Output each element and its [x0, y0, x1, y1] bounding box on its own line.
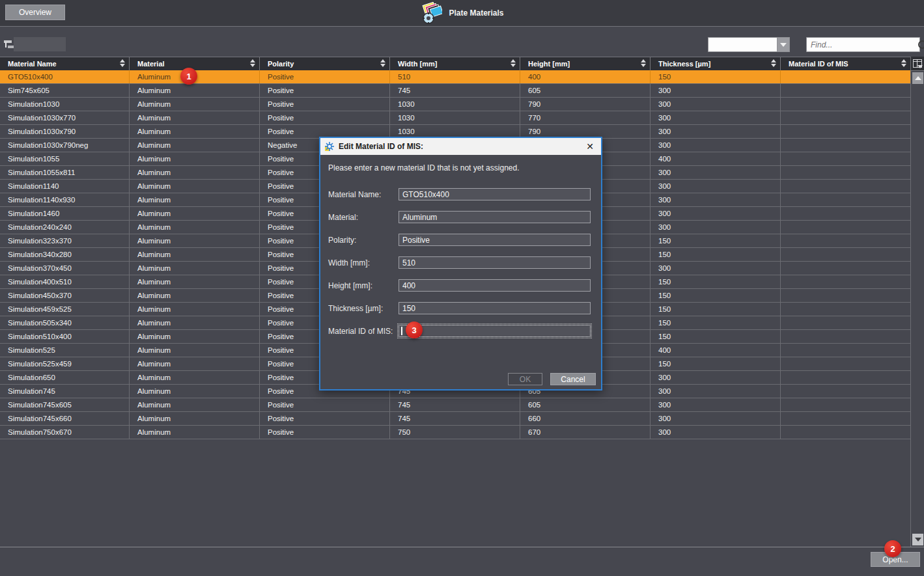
vertical-scrollbar[interactable] [910, 57, 924, 547]
sort-icon [120, 59, 125, 67]
dialog-gear-icon [324, 141, 335, 152]
column-header[interactable]: Polarity [260, 57, 390, 70]
material-name-input[interactable] [399, 188, 591, 200]
step-badge-3: 3 [406, 322, 423, 338]
dialog-message: Please enter a new material ID that is n… [328, 163, 520, 172]
table-row[interactable]: Simulation750x670 Aluminum Positive 750 … [0, 426, 910, 439]
dialog-title-bar: Edit Material ID of MIS: ✕ [320, 138, 601, 155]
table-row[interactable]: Simulation1030x770 Aluminum Positive 103… [0, 111, 910, 125]
material-input[interactable] [399, 211, 591, 223]
material-id-of-mis-input[interactable] [399, 325, 591, 337]
chevron-down-icon[interactable] [777, 38, 789, 51]
column-header[interactable]: Height [mm] [520, 57, 651, 70]
field-width: Width [mm]: [328, 256, 595, 269]
step-badge-2: 2 [884, 540, 901, 557]
filter-dropdown-value [708, 38, 777, 51]
step-badge-1: 1 [180, 68, 197, 85]
column-chooser-icon[interactable] [911, 57, 924, 71]
table-row[interactable]: GTO510x400 Aluminum Positive 510 400 150 [0, 70, 910, 84]
column-header[interactable]: Material [130, 57, 260, 70]
field-thickness: Thickness [µm]: [328, 302, 595, 315]
scroll-down-button[interactable] [912, 534, 923, 545]
sort-icon [380, 59, 385, 67]
height-input[interactable] [399, 279, 591, 292]
dialog-title: Edit Material ID of MIS: [339, 142, 579, 151]
table-row[interactable]: Simulation745x605 Aluminum Positive 745 … [0, 398, 910, 412]
plate-materials-window: Overview Plate Materials [0, 0, 924, 576]
overview-button[interactable]: Overview [5, 5, 65, 20]
table-row[interactable]: Simulation745x660 Aluminum Positive 745 … [0, 412, 910, 426]
table-row[interactable]: Simulation1030 Aluminum Positive 1030 79… [0, 98, 910, 111]
sort-icon [250, 59, 255, 67]
table-bottom-divider [0, 547, 924, 547]
column-header[interactable]: Thickness [µm] [651, 57, 781, 70]
quick-filter-box[interactable] [14, 37, 66, 51]
ok-button[interactable]: OK [508, 373, 542, 385]
field-material-name: Material Name: [328, 188, 595, 201]
field-material: Material: [328, 211, 595, 224]
scroll-up-button[interactable] [912, 72, 923, 84]
column-header[interactable]: Width [mm] [390, 57, 520, 70]
field-height: Height [mm]: [328, 279, 595, 292]
column-header[interactable]: Material Name [0, 57, 130, 70]
top-title-bar: Overview Plate Materials [0, 0, 924, 27]
table-row[interactable]: Sim745x605 Aluminum Positive 745 605 300 [0, 84, 910, 98]
width-input[interactable] [399, 256, 591, 269]
field-material-id-of-mis: Material ID of MIS: [328, 325, 595, 338]
plate-materials-icon [420, 2, 442, 24]
polarity-input[interactable] [399, 234, 591, 246]
sort-icon [901, 59, 906, 67]
cancel-button[interactable]: Cancel [550, 373, 596, 385]
thickness-input[interactable] [399, 302, 591, 314]
page-title: Plate Materials [449, 8, 503, 18]
text-cursor [401, 327, 402, 335]
table-header: Material Name Material Polarity Width [m… [0, 57, 910, 71]
edit-material-id-dialog: Edit Material ID of MIS: ✕ Please enter … [319, 137, 602, 391]
filter-dropdown[interactable] [708, 37, 790, 52]
hierarchy-icon[interactable] [4, 40, 14, 49]
find-box [806, 37, 920, 52]
sort-icon [641, 59, 646, 67]
find-input[interactable] [807, 40, 917, 49]
search-icon[interactable] [917, 40, 919, 50]
close-icon[interactable]: ✕ [583, 140, 597, 153]
sort-icon [511, 59, 516, 67]
column-header[interactable]: Material ID of MIS [781, 57, 910, 70]
field-polarity: Polarity: [328, 234, 595, 247]
sort-icon [771, 59, 776, 67]
